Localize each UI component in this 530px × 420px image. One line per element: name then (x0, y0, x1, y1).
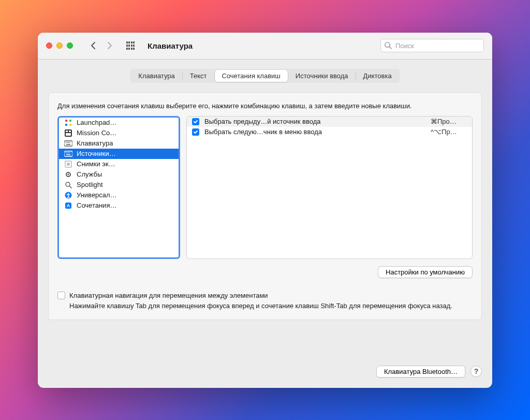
category-label: Источники… (77, 150, 116, 157)
checkbox-checked[interactable] (192, 128, 199, 136)
svg-rect-21 (66, 154, 70, 155)
restore-defaults-button[interactable]: Настройки по умолчанию (378, 266, 473, 278)
app-icon: A (64, 201, 72, 210)
svg-text:A: A (67, 203, 70, 208)
svg-point-23 (67, 163, 69, 165)
shortcut-row[interactable]: Выбрать следую…чник в меню ввода ^⌥Пр… (187, 127, 472, 137)
shortcut-row[interactable]: Выбрать предыду…й источник ввода ⌘Про… (187, 117, 472, 127)
svg-rect-7 (66, 131, 68, 132)
preferences-window: Клавиатура Клавиатура Текст Сочетания кл… (38, 33, 492, 388)
svg-rect-14 (69, 142, 70, 143)
svg-rect-20 (69, 152, 70, 153)
forward-button[interactable] (103, 39, 116, 52)
defaults-row: Настройки по умолчанию (57, 266, 473, 278)
svg-rect-10 (64, 141, 72, 146)
check-icon (193, 129, 198, 135)
tab-text[interactable]: Текст (183, 70, 214, 82)
traffic-lights (46, 42, 73, 49)
keyboard-nav-checkbox[interactable] (57, 292, 65, 299)
svg-rect-16 (64, 151, 72, 156)
svg-rect-11 (66, 142, 67, 143)
nav-buttons (86, 39, 116, 52)
svg-rect-13 (68, 142, 69, 143)
svg-rect-22 (65, 161, 71, 167)
category-screenshots[interactable]: Снимки эк… (59, 159, 179, 169)
search-wrap (380, 39, 484, 52)
category-list[interactable]: Launchpad… Mission Co… Клавиатура Источн… (57, 116, 180, 259)
show-all-button[interactable] (124, 39, 137, 52)
spotlight-icon (64, 181, 72, 189)
svg-line-27 (69, 186, 71, 188)
panes: Launchpad… Mission Co… Клавиатура Источн… (57, 116, 473, 259)
tab-shortcuts[interactable]: Сочетания клавиш (215, 70, 288, 82)
keyboard-icon (64, 139, 72, 148)
fullscreen-button[interactable] (67, 42, 73, 49)
segmented-tabs: Клавиатура Текст Сочетания клавиш Источн… (130, 69, 400, 83)
keyboard-icon (64, 150, 72, 158)
footer-row: Клавиатура Bluetooth… ? (48, 356, 482, 378)
category-accessibility[interactable]: Универсал… (59, 190, 179, 200)
category-label: Spotlight (77, 181, 103, 189)
category-mission-control[interactable]: Mission Co… (59, 128, 179, 138)
tab-input-sources[interactable]: Источники ввода (288, 70, 356, 82)
mission-control-icon (64, 129, 72, 137)
shortcut-key[interactable]: ⌘Про… (431, 118, 467, 125)
svg-point-25 (68, 173, 69, 175)
content: Клавиатура Текст Сочетания клавиш Источн… (38, 60, 492, 388)
tabs-row: Клавиатура Текст Сочетания клавиш Источн… (48, 69, 482, 83)
search-icon (384, 41, 392, 49)
minimize-button[interactable] (56, 42, 63, 49)
chevron-right-icon (107, 41, 112, 50)
category-keyboard[interactable]: Клавиатура (59, 138, 179, 149)
checkbox-checked[interactable] (192, 118, 199, 125)
close-button[interactable] (46, 42, 52, 49)
accessibility-icon (64, 191, 72, 199)
category-input-sources[interactable]: Источники… (59, 149, 179, 159)
instruction-text: Для изменения сочетания клавиш выберите … (57, 102, 473, 111)
svg-rect-15 (66, 144, 70, 145)
category-label: Службы (77, 170, 102, 178)
svg-rect-18 (67, 152, 68, 153)
category-label: Клавиатура (77, 139, 113, 147)
shortcut-key[interactable]: ^⌥Пр… (431, 128, 467, 136)
check-icon (193, 119, 198, 124)
help-button[interactable]: ? (470, 366, 482, 377)
window-title: Клавиатура (148, 41, 193, 50)
titlebar: Клавиатура (38, 33, 492, 60)
svg-rect-17 (66, 152, 67, 153)
keyboard-nav-desc: Нажимайте клавишу Tab для перемещения фо… (69, 301, 473, 311)
tab-keyboard[interactable]: Клавиатура (131, 70, 182, 82)
back-button[interactable] (86, 39, 100, 52)
category-label: Mission Co… (77, 129, 116, 137)
category-app-shortcuts[interactable]: A Сочетания… (59, 200, 179, 211)
search-input[interactable] (380, 39, 484, 52)
keyboard-nav-label: Клавиатурная навигация для перемещения м… (69, 292, 268, 299)
shortcut-list[interactable]: Выбрать предыду…й источник ввода ⌘Про… В… (186, 116, 473, 259)
chevron-left-icon (91, 41, 96, 50)
svg-rect-8 (69, 131, 71, 132)
svg-rect-12 (67, 142, 68, 143)
shortcut-text: Выбрать предыду…й источник ввода (204, 118, 425, 125)
svg-rect-4 (65, 124, 67, 126)
svg-rect-2 (65, 120, 67, 122)
category-label: Сочетания… (77, 201, 116, 209)
category-services[interactable]: Службы (59, 169, 179, 180)
screenshot-icon (64, 160, 72, 168)
launchpad-icon (64, 119, 72, 127)
category-label: Launchpad… (77, 119, 116, 126)
category-launchpad[interactable]: Launchpad… (59, 118, 179, 128)
category-spotlight[interactable]: Spotlight (59, 180, 179, 190)
prefs-box: Для изменения сочетания клавиш выберите … (48, 92, 482, 320)
svg-rect-3 (69, 120, 71, 122)
category-label: Снимки эк… (77, 160, 115, 168)
tab-dictation[interactable]: Диктовка (356, 70, 399, 82)
bluetooth-keyboard-button[interactable]: Клавиатура Bluetooth… (376, 366, 465, 378)
svg-point-29 (68, 193, 69, 194)
svg-rect-9 (66, 133, 71, 136)
shortcut-text: Выбрать следую…чник в меню ввода (204, 128, 425, 136)
option-line: Клавиатурная навигация для перемещения м… (57, 292, 473, 299)
svg-line-1 (389, 47, 391, 49)
keyboard-nav-option: Клавиатурная навигация для перемещения м… (57, 292, 473, 311)
grid-icon (126, 41, 135, 50)
svg-rect-19 (68, 152, 69, 153)
